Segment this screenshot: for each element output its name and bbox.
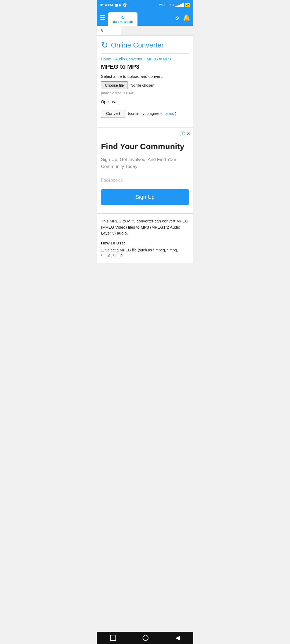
upload-label: Select a file to upload and convert: (101, 74, 189, 79)
ad-signup-button[interactable]: Sign Up (101, 189, 189, 205)
breadcrumb-home[interactable]: Home (101, 57, 111, 61)
no-file-text: No file chosen (130, 83, 154, 87)
ad-headline: Find Your Community (101, 142, 189, 151)
app-bar-actions: ⎋ 🔔 (175, 14, 190, 21)
status-time: 8:14 PM (100, 3, 113, 7)
description-text: This MPEG to MP3 converter can convert M… (101, 218, 189, 236)
dropdown-tab[interactable]: ∨ (97, 26, 121, 35)
how-to-step-1: 1. Select a MPEG file (such as *.mpeg, *… (101, 247, 189, 259)
breadcrumb: Home - Audio Converter - MPEG to MP3 (101, 54, 189, 63)
notifications-icon[interactable]: 🔔 (183, 14, 190, 21)
ad-subtext: Sign Up, Get Involved, And Find Your Com… (101, 156, 189, 170)
main-content: ↻ Online Converter Home - Audio Converte… (97, 35, 193, 127)
how-to-title: How To Use: (101, 241, 189, 245)
dropdown-arrow-icon: ∨ (100, 27, 104, 33)
terms-link[interactable]: terms (165, 111, 174, 116)
ad-info-icon[interactable]: i (180, 131, 185, 136)
battery-level: 37 (185, 3, 190, 7)
logo-text: Online Converter (111, 41, 164, 49)
app-title-tab[interactable]: ↻ JPG to WEBP (108, 12, 137, 26)
file-input-row: Choose file No file chosen (101, 81, 189, 89)
ad-banner: i ✕ Find Your Community Sign Up, Get Inv… (97, 127, 193, 213)
confirm-text: (confirm you agree to terms ) (128, 111, 176, 116)
convert-button[interactable]: Convert (101, 109, 125, 118)
options-checkbox[interactable] (119, 99, 124, 104)
choose-file-button[interactable]: Choose file (101, 81, 128, 89)
app-convert-icon: ↻ (121, 14, 125, 20)
options-row: Options: (101, 99, 189, 104)
logo-area: ↻ Online Converter (101, 40, 189, 54)
status-right: VoLTE 4G+ ▂▄▆█ 37 (159, 3, 190, 7)
status-bar: 8:14 PM ▤ ▶ 👻 ··· VoLTE 4G+ ▂▄▆█ 37 (97, 0, 193, 10)
breadcrumb-audio-converter[interactable]: Audio Converter (115, 57, 142, 61)
ad-controls: i ✕ (180, 131, 190, 136)
breadcrumb-sep2: - (144, 57, 145, 61)
status-left: 8:14 PM ▤ ▶ 👻 ··· (100, 3, 131, 7)
breadcrumb-current[interactable]: MPEG to MP3 (147, 57, 171, 61)
convert-row: Convert (confirm you agree to terms ) (101, 109, 189, 118)
breadcrumb-sep1: - (113, 57, 114, 61)
status-icons: ▤ ▶ 👻 ··· (115, 3, 131, 7)
hamburger-icon[interactable]: ☰ (100, 14, 105, 21)
share-icon[interactable]: ⎋ (175, 14, 179, 21)
max-file-size-text: (max file size 200 MB) (101, 91, 189, 95)
signal-icon: ▂▄▆█ (175, 3, 184, 7)
options-label: Options: (101, 99, 116, 104)
ad-close-icon[interactable]: ✕ (187, 131, 190, 136)
app-bar: ☰ ↻ JPG to WEBP ⎋ 🔔 (97, 10, 193, 26)
app-tab-title: JPG to WEBP (112, 20, 133, 24)
network-type: 4G+ (169, 3, 174, 6)
description-section: This MPEG to MP3 converter can convert M… (97, 213, 193, 263)
page-title: MPEG to MP3 (101, 63, 189, 70)
network-label: VoLTE (159, 3, 168, 6)
logo-icon: ↻ (101, 40, 108, 50)
ad-brand: Facebook® (101, 178, 189, 183)
